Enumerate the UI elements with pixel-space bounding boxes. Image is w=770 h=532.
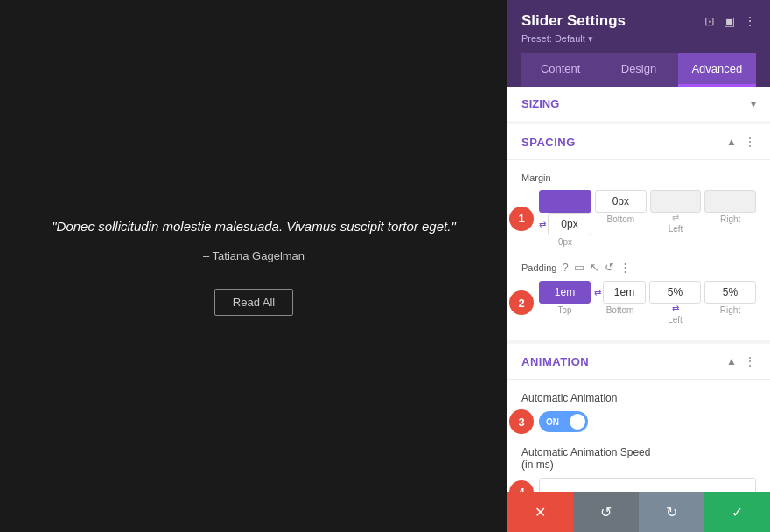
margin-top-label: 0px bbox=[558, 237, 572, 247]
save-button[interactable]: ✓ bbox=[704, 492, 770, 532]
settings-panel: Slider Settings ⊡ ▣ ⋮ Preset: Default ▾ … bbox=[508, 0, 770, 532]
reset-button[interactable]: ↺ bbox=[573, 492, 639, 532]
panel-title: Slider Settings bbox=[522, 12, 626, 30]
padding-left-label: Left bbox=[668, 315, 682, 325]
reset-icon: ↺ bbox=[600, 504, 612, 521]
animation-section: Animation ▲ ⋮ Automatic Animation 3 bbox=[508, 344, 770, 492]
padding-device-icon[interactable]: ▭ bbox=[574, 261, 584, 274]
tab-design[interactable]: Design bbox=[599, 53, 677, 87]
margin-left-input[interactable] bbox=[650, 190, 702, 213]
padding-top-input[interactable] bbox=[539, 281, 591, 304]
margin-right-label: Right bbox=[720, 214, 740, 224]
automatic-animation-field: Automatic Animation 3 ON bbox=[522, 392, 756, 432]
view-icon[interactable]: ⊡ bbox=[704, 14, 715, 28]
animation-chevron-icon: ▲ bbox=[726, 355, 737, 368]
margin-top-input[interactable] bbox=[539, 190, 592, 213]
step-3-badge: 3 bbox=[509, 410, 534, 434]
margin-right-item: Right bbox=[704, 190, 756, 247]
tab-bar: Content Design Advanced bbox=[522, 53, 756, 87]
padding-right-input[interactable] bbox=[704, 281, 756, 304]
padding-bottom-input[interactable] bbox=[603, 281, 646, 304]
animation-speed-input[interactable]: 3500 bbox=[539, 478, 756, 492]
preset-label: Preset: Default ▾ bbox=[522, 33, 756, 45]
bottom-toolbar: ✕ ↺ ↻ ✓ bbox=[508, 492, 770, 532]
spacing-header[interactable]: Spacing ▲ ⋮ bbox=[508, 124, 770, 160]
animation-body: Automatic Animation 3 ON Automatic bbox=[508, 380, 770, 492]
padding-left-input[interactable] bbox=[649, 281, 701, 304]
padding-label-row: Padding ? ▭ ↖ ↺ ⋮ bbox=[522, 261, 756, 274]
padding-field-row: Top ⇄ Bottom ⇄ bbox=[539, 281, 756, 325]
padding-top-label: Top bbox=[557, 305, 571, 315]
padding-top-item: Top bbox=[539, 281, 591, 325]
spacing-controls: ▲ ⋮ bbox=[726, 135, 756, 149]
spacing-dots-icon[interactable]: ⋮ bbox=[744, 135, 756, 149]
quote-text: "Donec sollicitudin molestie malesuada. … bbox=[52, 216, 455, 237]
sizing-section[interactable]: Sizing ▾ bbox=[508, 87, 770, 121]
margin-bottom-label: Bottom bbox=[606, 214, 634, 224]
spacing-chevron-icon: ▲ bbox=[726, 136, 737, 148]
animation-dots-icon[interactable]: ⋮ bbox=[744, 354, 756, 368]
margin-top-value[interactable] bbox=[548, 213, 592, 235]
padding-right-label: Right bbox=[720, 305, 740, 315]
quote-author: – Tatiana Gagelman bbox=[203, 249, 304, 262]
padding-reset-icon[interactable]: ↺ bbox=[605, 261, 614, 274]
margin-field-row: ⇄ 0px Bottom ⇄ bbox=[539, 190, 756, 247]
animation-speed-label: Automatic Animation Speed(in ms) bbox=[522, 446, 756, 471]
padding-cursor-icon[interactable]: ↖ bbox=[590, 261, 599, 274]
spacing-title: Spacing bbox=[522, 136, 576, 149]
padding-more-icon[interactable]: ⋮ bbox=[620, 261, 631, 274]
animation-controls: ▲ ⋮ bbox=[726, 354, 756, 368]
tab-content[interactable]: Content bbox=[522, 53, 599, 87]
cancel-icon: ✕ bbox=[535, 504, 546, 521]
margin-left-label: Left bbox=[668, 224, 683, 234]
margin-top-item: ⇄ 0px bbox=[539, 190, 592, 247]
spacing-section: Spacing ▲ ⋮ Margin 1 bbox=[508, 124, 770, 340]
padding-left-item: ⇄ Left bbox=[649, 281, 701, 325]
redo-button[interactable]: ↻ bbox=[639, 492, 704, 532]
header-top-row: Slider Settings ⊡ ▣ ⋮ bbox=[522, 12, 756, 30]
step-1-badge: 1 bbox=[509, 206, 534, 231]
sizing-label: Sizing bbox=[522, 97, 559, 110]
padding-right-item: Right bbox=[704, 281, 756, 325]
sizing-chevron-icon: ▾ bbox=[751, 98, 756, 110]
step-4-badge: 4 bbox=[509, 480, 534, 493]
read-all-button[interactable]: Read All bbox=[214, 289, 293, 316]
toggle-on-label: ON bbox=[546, 417, 559, 427]
automatic-animation-toggle[interactable]: ON bbox=[539, 411, 588, 432]
tab-advanced[interactable]: Advanced bbox=[678, 53, 756, 87]
margin-left-item: ⇄ Left bbox=[650, 190, 702, 247]
padding-bottom-item: ⇄ Bottom bbox=[594, 281, 646, 325]
preview-panel: "Donec sollicitudin molestie malesuada. … bbox=[0, 0, 508, 532]
more-icon[interactable]: ⋮ bbox=[744, 14, 756, 28]
animation-speed-field: Automatic Animation Speed(in ms) 4 3500 bbox=[522, 446, 756, 492]
spacing-body: Margin 1 ⇄ 0px bbox=[508, 160, 770, 340]
panel-content: Sizing ▾ Spacing ▲ ⋮ Margin 1 bbox=[508, 87, 770, 492]
padding-bottom-label: Bottom bbox=[606, 305, 634, 315]
step-2-badge: 2 bbox=[509, 290, 534, 315]
margin-bottom-input[interactable] bbox=[595, 190, 647, 213]
toggle-knob bbox=[570, 414, 585, 430]
save-icon: ✓ bbox=[732, 504, 743, 521]
layout-icon[interactable]: ▣ bbox=[724, 14, 735, 28]
margin-label: Margin bbox=[522, 172, 756, 183]
automatic-animation-label: Automatic Animation bbox=[522, 392, 756, 404]
padding-help-icon[interactable]: ? bbox=[562, 261, 568, 274]
preset-value[interactable]: Preset: Default ▾ bbox=[522, 33, 593, 44]
redo-icon: ↻ bbox=[666, 504, 677, 521]
animation-header[interactable]: Animation ▲ ⋮ bbox=[508, 344, 770, 380]
panel-header: Slider Settings ⊡ ▣ ⋮ Preset: Default ▾ … bbox=[508, 0, 770, 87]
padding-label: Padding bbox=[522, 262, 556, 273]
margin-right-input[interactable] bbox=[704, 190, 756, 213]
margin-bottom-item: Bottom bbox=[595, 190, 647, 247]
header-icons: ⊡ ▣ ⋮ bbox=[704, 14, 756, 28]
cancel-button[interactable]: ✕ bbox=[508, 492, 573, 532]
animation-title: Animation bbox=[522, 355, 589, 368]
